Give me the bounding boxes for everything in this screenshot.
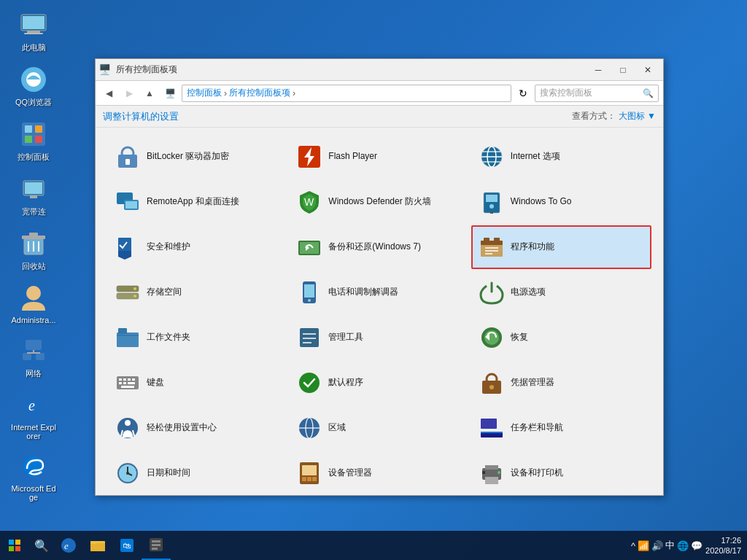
window-title-icon: 🖥️ [98,63,112,77]
taskbar-cortana-icon[interactable] [142,531,171,560]
taskbar-pinned-icons: e 🛍 [54,531,171,560]
panel-item-mgmt-tools[interactable]: 管理工具 [289,316,469,359]
forward-button[interactable]: ▶ [120,85,138,102]
panel-item-flash[interactable]: Flash Player [289,135,469,179]
up-button[interactable]: ▲ [141,85,158,102]
panel-item-backup[interactable]: 备份和还原(Windows 7) [289,225,469,269]
svg-point-88 [489,385,494,389]
desktop-icon-edge[interactable]: Microsoft Edge [7,449,60,505]
ie-icon: e [19,391,48,420]
tray-volume[interactable]: 🔊 [651,540,663,551]
clock[interactable]: 17:26 2020/8/17 [705,535,741,556]
panel-item-default-prog[interactable]: 默认程序 [289,361,469,405]
tray-input[interactable]: 中 [665,539,675,552]
view-value[interactable]: 大图标 ▼ [619,110,656,122]
search-icon[interactable]: 🔍 [643,88,654,98]
taskbar-search-button[interactable]: 🔍 [29,531,54,560]
mgmt-tools-icon [296,324,322,351]
svg-rect-44 [486,195,498,202]
recycle-icon [19,229,48,258]
panel-item-ease-access[interactable]: 轻松使用设置中心 [107,406,287,450]
panel-item-region[interactable]: 区域 [289,406,469,450]
panel-item-windows-to-go[interactable]: Windows To Go [471,180,651,224]
search-box[interactable]: 搜索控制面板 🔍 [535,85,659,102]
svg-rect-13 [30,195,37,198]
breadcrumb-controlpanel[interactable]: 控制面板 [187,87,222,99]
view-label: 查看方式： [572,110,616,122]
panel-item-credential[interactable]: 凭据管理器 [471,361,651,405]
taskbar-explorer-icon[interactable] [83,531,112,560]
panel-item-security[interactable]: 安全和维护 [107,225,287,269]
toolbar-title: 调整计算机的设置 [103,110,179,123]
panel-item-restore[interactable]: 恢复 [471,316,651,359]
address-path[interactable]: 控制面板 › 所有控制面板项 › [182,85,511,102]
svg-rect-125 [90,543,105,551]
panel-item-keyboard[interactable]: 键盘 [107,361,287,405]
panel-item-defender[interactable]: WWindows Defender 防火墙 [289,180,469,224]
credential-label: 凭据管理器 [511,377,554,389]
keyboard-icon [115,370,141,396]
panel-item-remoteapp[interactable]: RemoteApp 和桌面连接 [107,180,287,224]
desktop-icon-network[interactable]: 网络 [7,333,60,382]
panel-item-workfolder[interactable]: 工作文件夹 [107,316,287,359]
default-prog-icon [296,370,322,396]
desktop-icon-controlpanel[interactable]: 控制面板 [7,117,60,166]
backup-icon [296,234,322,260]
taskbar-store-icon[interactable]: 🛍 [112,531,142,560]
taskbar-nav-icon [479,415,505,441]
svg-rect-108 [485,465,498,470]
svg-rect-119 [15,540,20,545]
tray-chevron[interactable]: ^ [631,540,635,551]
svg-rect-104 [302,477,306,481]
start-button[interactable] [0,531,29,560]
refresh-button[interactable]: ↻ [514,85,532,102]
credential-icon [479,370,505,396]
panel-item-bitlocker[interactable]: BitLocker 驱动器加密 [107,135,287,179]
svg-rect-81 [119,382,122,384]
desktop-icon-thispc[interactable]: 此电脑 [7,7,60,56]
desktop-icon-broadband[interactable]: 宽带连 [7,171,60,220]
maximize-button[interactable]: □ [611,60,635,80]
panel-item-storage[interactable]: 存储空间 [107,271,287,314]
admin-label: Administra... [11,316,55,324]
desktop-icon-recycle[interactable]: 回收站 [7,226,60,275]
svg-rect-16 [29,233,38,236]
panel-item-device-mgr[interactable]: 设备管理器 [289,451,469,495]
minimize-button[interactable]: ─ [586,60,611,80]
svg-rect-110 [482,471,485,474]
panel-item-device-print[interactable]: 设备和打印机 [471,451,651,495]
tray-network[interactable]: 📶 [638,540,649,551]
breadcrumb-allitems[interactable]: 所有控制面板项 [229,87,290,99]
back-button[interactable]: ◀ [100,85,117,102]
desktop-icon-qqbrowser[interactable]: QQ浏览器 [7,62,60,111]
svg-rect-118 [9,540,14,545]
taskbar-ie-icon[interactable]: e [54,531,83,560]
svg-point-111 [498,471,500,474]
tray-lang[interactable]: 🌐 [677,540,689,551]
flash-label: Flash Player [328,151,377,163]
power-label: 电源选项 [511,287,546,298]
panel-item-phone[interactable]: 电话和调制解调器 [289,271,469,314]
svg-rect-2 [27,31,40,33]
desktop-icon-admin[interactable]: Administra... [7,281,60,327]
svg-rect-78 [123,378,126,381]
flash-icon [296,144,322,170]
tray-notification[interactable]: 💬 [691,540,703,551]
panel-item-datetime[interactable]: 日期和时间 [107,451,287,495]
taskbar-nav-label: 任务栏和导航 [511,422,563,434]
panel-item-power[interactable]: 电源选项 [471,271,651,314]
ease-access-label: 轻松使用设置中心 [147,422,217,434]
phone-icon [296,279,322,306]
panel-item-internet-options[interactable]: Internet 选项 [471,135,651,179]
svg-rect-120 [9,546,14,551]
svg-point-61 [133,287,136,290]
svg-rect-103 [302,465,317,475]
panel-item-programs[interactable]: 程序和功能 [471,225,651,269]
svg-text:🛍: 🛍 [123,541,131,550]
close-button[interactable]: ✕ [635,60,660,80]
svg-text:e: e [28,397,35,413]
desktop-icon-ie[interactable]: e Internet Explorer [7,388,60,443]
restore-icon [479,324,505,351]
panel-item-taskbar-nav[interactable]: 任务栏和导航 [471,406,651,450]
recent-button[interactable]: 🖥️ [161,85,179,102]
